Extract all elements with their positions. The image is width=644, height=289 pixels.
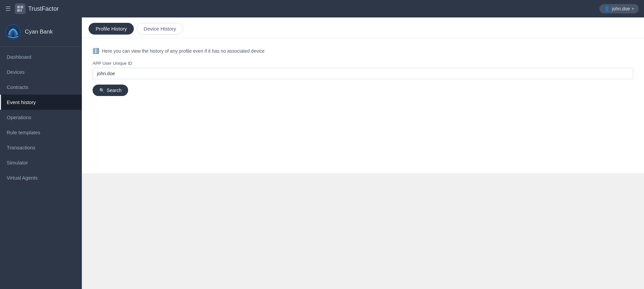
user-id-input[interactable]	[93, 68, 633, 79]
app-user-form-group: APP User Unique ID	[93, 61, 633, 79]
sidebar-item-operations[interactable]: Operations	[0, 110, 82, 125]
svg-rect-2	[17, 9, 20, 12]
username-label: john.doe	[612, 6, 630, 11]
sidebar-item-dashboard[interactable]: Dashboard	[0, 49, 82, 64]
search-icon: 🔍	[99, 88, 105, 93]
info-text: Here you can view the history of any pro…	[102, 48, 265, 54]
nav-left: ☰ TrustFactor	[5, 3, 59, 14]
info-banner: ℹ️ Here you can view the history of any …	[93, 48, 633, 54]
tab-bar: Profile History Device History	[82, 17, 644, 38]
search-button-label: Search	[107, 88, 121, 93]
app-title: TrustFactor	[28, 5, 59, 12]
top-nav: ☰ TrustFactor 👤 john.doe ▾	[0, 0, 644, 17]
tab-profile-history[interactable]: Profile History	[89, 23, 134, 35]
sidebar-item-transactions[interactable]: Transactions	[0, 140, 82, 155]
svg-rect-3	[20, 9, 22, 12]
brand-name: Cyan Bank	[25, 29, 53, 35]
tab-device-history[interactable]: Device History	[137, 23, 183, 35]
sidebar: Cyan Bank DashboardDevicesContractsEvent…	[0, 17, 82, 289]
hamburger-icon[interactable]: ☰	[5, 5, 11, 12]
app-logo	[15, 3, 25, 14]
sidebar-item-virtual-agents[interactable]: Virtual Agents	[0, 170, 82, 185]
user-id-label: APP User Unique ID	[93, 61, 633, 66]
main-content: ℹ️ Here you can view the history of any …	[82, 38, 644, 173]
logo-container: TrustFactor	[15, 3, 59, 14]
sidebar-item-event-history[interactable]: Event history	[0, 95, 82, 110]
brand-logo	[5, 24, 21, 40]
content-area: Profile History Device History ℹ️ Here y…	[82, 17, 644, 289]
user-icon: 👤	[604, 6, 610, 11]
sidebar-brand: Cyan Bank	[0, 17, 82, 47]
chevron-down-icon: ▾	[632, 6, 634, 11]
main-layout: Cyan Bank DashboardDevicesContractsEvent…	[0, 17, 644, 289]
sidebar-item-devices[interactable]: Devices	[0, 64, 82, 80]
sidebar-item-contracts[interactable]: Contracts	[0, 80, 82, 95]
svg-rect-0	[17, 6, 20, 8]
user-menu[interactable]: 👤 john.doe ▾	[599, 4, 639, 13]
svg-rect-1	[20, 6, 23, 8]
sidebar-item-rule-templates[interactable]: Rule templates	[0, 125, 82, 140]
info-icon: ℹ️	[93, 48, 99, 54]
sidebar-nav: DashboardDevicesContractsEvent historyOp…	[0, 47, 82, 289]
search-button[interactable]: 🔍 Search	[93, 85, 128, 96]
sidebar-item-simulator[interactable]: Simulator	[0, 155, 82, 170]
gray-area	[82, 173, 644, 289]
